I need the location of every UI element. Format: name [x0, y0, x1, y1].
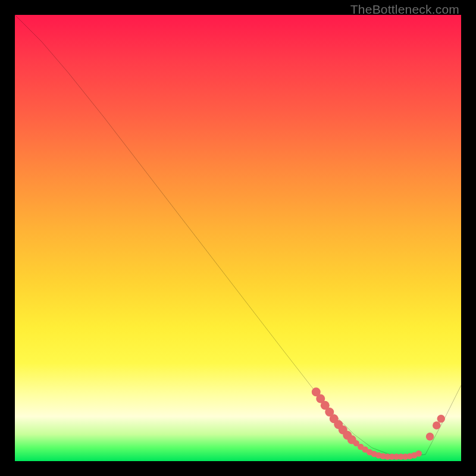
curve-markers	[312, 387, 445, 460]
curve-marker	[426, 433, 434, 441]
curve-marker	[437, 415, 446, 423]
bottleneck-curve	[15, 15, 461, 457]
watermark-text: TheBottleneck.com	[350, 2, 459, 17]
curve-layer	[15, 15, 461, 461]
plot-area	[15, 15, 461, 461]
curve-marker	[416, 450, 422, 457]
chart-stage: TheBottleneck.com	[0, 0, 476, 476]
curve-marker	[433, 421, 441, 430]
